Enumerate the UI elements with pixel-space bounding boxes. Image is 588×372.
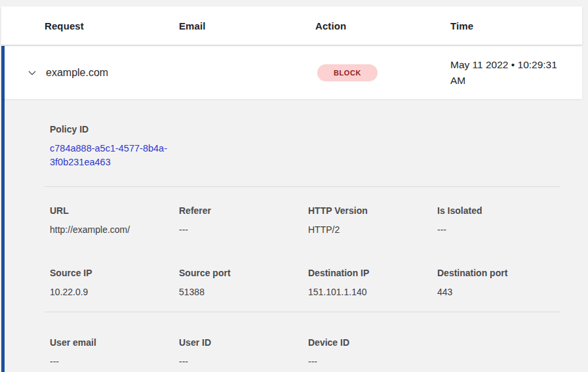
column-header-action: Action [315, 20, 450, 31]
field-value: HTTP/2 [308, 223, 437, 236]
row-time-line2: AM [450, 73, 582, 89]
row-action-cell: BLOCK [315, 64, 450, 81]
request-log-screen: Request Email Action Time example.com BL… [0, 0, 588, 372]
field-value: 51388 [179, 285, 308, 299]
field-value: 10.22.0.9 [50, 285, 179, 299]
field-value: --- [308, 355, 437, 368]
field-value: http://example.com/ [50, 223, 179, 236]
field-label: Source port [179, 266, 308, 279]
field-label: Referer [179, 204, 308, 217]
column-header-request: Request [1, 20, 179, 31]
field-source-port: Source port 51388 [179, 266, 308, 299]
field-label: Destination IP [308, 266, 437, 279]
section-divider [45, 312, 560, 312]
field-label: Is Isolated [437, 204, 566, 217]
field-label: User email [50, 336, 179, 349]
field-value: --- [50, 355, 179, 368]
field-device-id: Device ID --- [308, 336, 437, 368]
field-value: 443 [437, 285, 566, 299]
policy-id-section: Policy ID c784a888-a5c1-4577-8b4a-3f0b23… [50, 123, 560, 169]
row-time-value: May 11 2022 • 10:29:31 AM [450, 57, 582, 89]
details-grid-main: URL http://example.com/ Referer --- HTTP… [50, 204, 560, 299]
field-destination-port: Destination port 443 [437, 266, 566, 299]
row-request-value: example.com [46, 67, 179, 79]
field-destination-ip: Destination IP 151.101.1.140 [308, 266, 437, 299]
block-status-badge: BLOCK [317, 64, 378, 81]
field-url: URL http://example.com/ [50, 204, 179, 236]
field-is-isolated: Is Isolated --- [437, 204, 566, 236]
field-value: --- [179, 355, 308, 368]
field-referer: Referer --- [179, 204, 308, 236]
field-label-policy-id: Policy ID [50, 123, 560, 136]
expanded-details-panel: Policy ID c784a888-a5c1-4577-8b4a-3f0b23… [1, 99, 588, 372]
field-user-id: User ID --- [179, 336, 308, 368]
field-label: URL [50, 204, 179, 217]
field-http-version: HTTP Version HTTP/2 [308, 204, 437, 236]
column-header-email: Email [179, 20, 315, 31]
field-label: Destination port [437, 266, 566, 279]
column-header-time: Time [450, 20, 582, 31]
field-label: Source IP [50, 266, 179, 279]
collapse-row-button[interactable] [26, 67, 38, 79]
log-row-example-com[interactable]: example.com BLOCK May 11 2022 • 10:29:31… [1, 46, 582, 99]
field-source-ip: Source IP 10.22.0.9 [50, 266, 179, 299]
field-value: --- [437, 223, 566, 236]
details-grid-user: User email --- User ID --- Device ID --- [50, 336, 560, 368]
field-label: User ID [179, 336, 308, 349]
field-label: Device ID [308, 336, 437, 349]
table-header: Request Email Action Time [1, 7, 582, 45]
row-time-line1: May 11 2022 • 10:29:31 [450, 57, 582, 73]
field-user-email: User email --- [50, 336, 179, 368]
chevron-down-icon [27, 68, 37, 78]
field-value: --- [179, 223, 308, 236]
policy-id-link[interactable]: c784a888-a5c1-4577-8b4a-3f0b231ea463 [50, 142, 184, 169]
section-divider [45, 186, 560, 187]
field-label: HTTP Version [308, 204, 437, 217]
field-value: 151.101.1.140 [308, 285, 437, 299]
